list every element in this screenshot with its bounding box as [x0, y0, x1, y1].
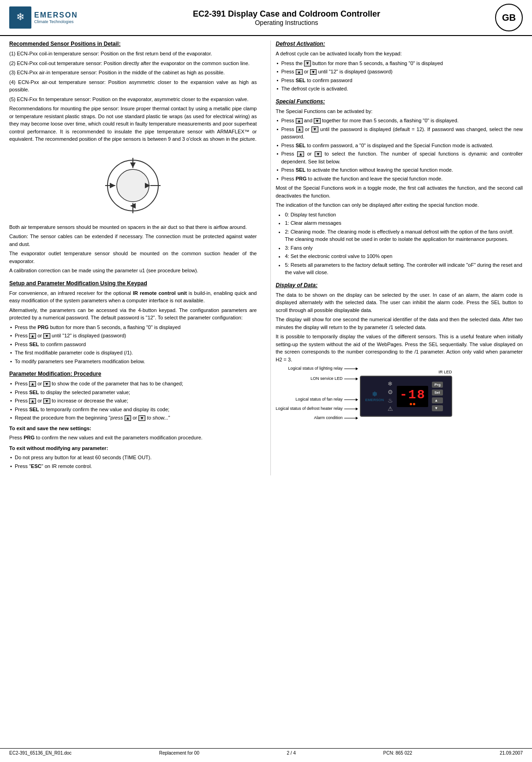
after-image-section: Both air temperature sensors should be m…	[9, 223, 257, 275]
param-bullet-5: Repeat the procedure from the beginning …	[9, 414, 257, 422]
param-bullet-1: Press ▲ or ▼ to show the code of the par…	[9, 380, 257, 388]
footer-pcn: PCN: 865 022	[383, 750, 412, 756]
exit-bullet-2: Press "ESC" on IR remote control.	[9, 462, 257, 470]
param-bullet-3: Press ▲ or ▼ to increase or decrease the…	[9, 397, 257, 405]
setup-para-1: For convenience, an infrared receiver fo…	[9, 289, 257, 305]
special-bullet-2: Press ▲ or ▼ until the password is displ…	[275, 126, 523, 141]
label-alarm: Alarm condition	[275, 415, 358, 421]
ctrl-labels-left: Logical status of lighting relay LON ser…	[275, 366, 358, 420]
defrost-bullet-3: Press SEL to confirm password	[275, 77, 523, 84]
param-bullet-2: Press SEL to display the selected parame…	[9, 389, 257, 396]
controller-box-wrapper: IR LED ❄ EMERSON ❄ ⚙ ♨	[360, 370, 452, 417]
defrost-intro: A defrost cycle can be activated locally…	[275, 50, 523, 58]
setup-bullet-5: To modify parameters see Parameters modi…	[9, 358, 257, 366]
exit-save-heading: To exit and save the new settings:	[9, 425, 257, 432]
setup-bullet-2: Press ▲ or ▼ until "12" is displayed (pa…	[9, 332, 257, 340]
svg-marker-18	[356, 417, 358, 420]
label-lighting: Logical status of lighting relay	[275, 366, 358, 372]
ctrl-btn-sel[interactable]: Sel	[432, 390, 442, 396]
label-fan: Logical status of fan relay	[275, 397, 358, 402]
header-title-block: EC2-391 Display Case and Coldroom Contro…	[78, 9, 495, 26]
special-intro: The Special Functions can be activated b…	[275, 108, 523, 115]
special-para-2: The indication of the function can only …	[275, 201, 523, 209]
page: ❄ EMERSON Climate Technologies EC2-391 D…	[0, 0, 532, 762]
ctrl-btn-prg[interactable]: Prg	[432, 382, 442, 388]
ir-led-label: IR LED	[360, 370, 452, 374]
main-content: Recommended Sensor Positions in Detail: …	[0, 36, 532, 480]
ctrl-btn-up[interactable]: ▲	[432, 397, 442, 403]
setup-heading: Setup and Parameter Modification Using t…	[9, 280, 257, 287]
special-bullet-1: Press ▲ and ▼ together for more than 5 s…	[275, 117, 523, 125]
exit-no-modify-heading: To exit without modifying any parameter:	[9, 444, 257, 452]
controller-unit: ❄ EMERSON ❄ ⚙ ♨ ⚠	[360, 376, 452, 417]
svg-marker-14	[356, 398, 358, 401]
arrow-lon	[344, 377, 358, 381]
special-bullet-5: Press SEL to activate the function witho…	[275, 166, 523, 174]
ctrl-display: -18	[397, 386, 428, 407]
footer: EC2-391_65136_EN_R01.doc Replacement for…	[0, 748, 532, 757]
ctrl-icon-alarm: ⚠	[388, 405, 393, 412]
defrost-bullet-2: Press ▲ or ▼ until "12" is displayed (pa…	[275, 68, 523, 76]
exit-bullet-1: Do not press any button for at least 60 …	[9, 454, 257, 462]
page-subtitle: Operating Instructions	[78, 19, 495, 26]
header: ❄ EMERSON Climate Technologies EC2-391 D…	[0, 0, 532, 36]
ctrl-emerson-logo: ❄ EMERSON	[365, 390, 384, 402]
defrost-heading: Defrost Activation:	[275, 41, 523, 47]
left-column: Recommended Sensor Positions in Detail: …	[9, 41, 261, 475]
special-bullet-4: Press ▲ or ▼ to select the function. The…	[275, 150, 523, 165]
after-image-para-1: Both air temperature sensors should be m…	[9, 223, 257, 231]
svg-marker-12	[356, 378, 358, 380]
footer-replacement: Replacement for 00	[159, 750, 199, 756]
special-bullet-6: Press PRG to activate the function and l…	[275, 175, 523, 183]
arrow-alarm	[344, 416, 358, 420]
ctrl-buttons-col: Prg Sel ▲ ▼	[432, 382, 442, 411]
sensor-diagram-svg: EC2_CoilEx.ole	[87, 149, 179, 218]
display-para-2: The display will show for one second the…	[275, 316, 523, 331]
after-image-para-4: A calibration correction can be made usi…	[9, 267, 257, 275]
setup-bullet-4: The first modifiable parameter code is d…	[9, 349, 257, 357]
display-para-3: It is possible to temporarily display th…	[275, 333, 523, 363]
controller-diagram: Logical status of lighting relay LON ser…	[275, 366, 523, 420]
display-para-1: The data to be shown on the display can …	[275, 291, 523, 314]
param-mod-bullets: Press ▲ or ▼ to show the code of the par…	[9, 380, 257, 422]
page-title: EC2-391 Display Case and Coldroom Contro…	[78, 9, 495, 19]
emerson-logo-icon: ❄	[9, 6, 31, 29]
footer-doc-id: EC2-391_65136_EN_R01.doc	[9, 750, 72, 756]
special-bullets: Press ▲ and ▼ together for more than 5 s…	[275, 117, 523, 182]
special-bullet-3: Press SEL to confirm password, a "0" is …	[275, 142, 523, 150]
special-functions-heading: Special Functions:	[275, 98, 523, 105]
arrow-fan	[344, 397, 358, 402]
emerson-logo: ❄ EMERSON Climate Technologies	[9, 6, 78, 29]
footer-date: 21.09.2007	[500, 750, 523, 756]
special-para-1: Most of the Special Functions work in a …	[275, 184, 523, 199]
setup-para-2: Alternatively, the parameters can be acc…	[9, 306, 257, 322]
arrow-defrost	[344, 407, 358, 411]
label-defrost: Logical status of defrost heater relay	[275, 406, 358, 412]
gb-badge: GB	[495, 4, 523, 31]
special-list: 0: Display test function 1: Clear alarm …	[275, 211, 523, 276]
footer-page: 2 / 4	[287, 750, 296, 756]
ctrl-btn-down[interactable]: ▼	[432, 405, 442, 411]
defrost-bullet-4: The defrost cycle is activated.	[275, 85, 523, 93]
after-image-para-2: Caution: The sensor cables can be extend…	[9, 233, 257, 248]
special-list-5: 5: Resets all parameters to the factory …	[285, 261, 523, 276]
special-list-3: 3: Fans only	[285, 244, 523, 252]
sensor-positions-heading: Recommended Sensor Positions in Detail:	[9, 41, 257, 47]
defrost-section: Defrost Activation: A defrost cycle can …	[275, 41, 523, 93]
ctrl-icon-fan: ⚙	[388, 389, 393, 396]
param-bullet-4: Press SEL to temporarily confirm the new…	[9, 406, 257, 414]
display-data-heading: Display of Data:	[275, 282, 523, 288]
sensor-diagram: EC2_CoilEx.ole	[9, 149, 257, 219]
svg-marker-10	[356, 367, 358, 370]
defrost-bullets: Press the ▼ button for more than 5 secon…	[275, 60, 523, 93]
label-lon: LON service LED	[275, 376, 358, 382]
led-dot-1	[410, 403, 412, 405]
sensor-para-3: (3) ECN-Pxx air-in temperature sensor: P…	[9, 69, 257, 77]
setup-section: Setup and Parameter Modification Using t…	[9, 280, 257, 366]
setup-bullet-1: Press the PRG button for more than 5 sec…	[9, 324, 257, 331]
special-list-4: 4: Set the electronic control valve to 1…	[285, 252, 523, 260]
display-data-section: Display of Data: The data to be shown on…	[275, 282, 523, 421]
after-image-para-3: The evaporator outlet temperature sensor…	[9, 250, 257, 265]
exit-save-text: Press PRG to confirm the new values and …	[9, 434, 257, 442]
emerson-sub: Climate Technologies	[34, 19, 78, 24]
